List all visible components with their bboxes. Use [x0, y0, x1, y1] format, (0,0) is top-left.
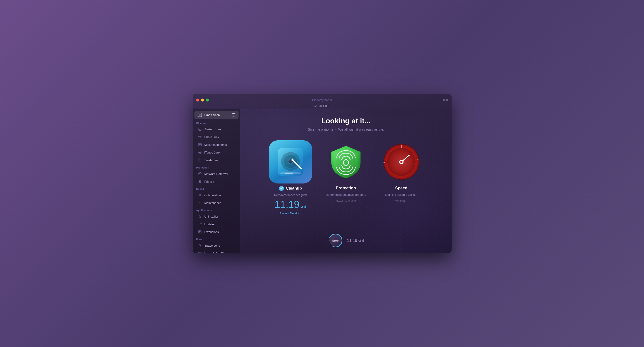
svg-rect-8 — [199, 159, 201, 161]
space-lens-label: Space Lens — [204, 244, 220, 247]
extensions-label: Extensions — [204, 230, 219, 234]
ctrl-dot-1 — [443, 99, 445, 101]
section-header-protection: Protection — [193, 164, 240, 170]
cleanup-name-row: Cleanup — [279, 186, 302, 191]
protection-card-name: Protection — [336, 186, 356, 190]
svg-rect-27 — [198, 232, 200, 233]
itunes-junk-icon — [198, 150, 202, 155]
app-window: CleanMyMac X Smart Scan — [193, 94, 452, 253]
svg-line-30 — [200, 246, 201, 247]
sidebar-item-photo-junk[interactable]: Photo Junk — [194, 133, 238, 140]
section-header-speed: Speed — [193, 185, 240, 191]
main-content: Looking at it... Give me a moment. We al… — [240, 108, 452, 253]
mail-attachments-icon — [198, 142, 202, 147]
svg-rect-26 — [200, 230, 201, 232]
sidebar-item-updater[interactable]: Updater — [194, 220, 238, 228]
system-junk-label: System Junk — [204, 128, 221, 131]
trash-bins-icon — [198, 158, 202, 162]
svg-marker-7 — [200, 152, 201, 153]
app-name-title: CleanMyMac X — [312, 98, 332, 102]
smart-scan-label: Smart Scan — [204, 113, 220, 117]
stop-button[interactable]: Stop — [329, 234, 342, 246]
svg-point-13 — [199, 180, 200, 182]
photo-junk-icon — [198, 135, 202, 139]
svg-point-29 — [199, 244, 200, 246]
updater-icon — [198, 222, 202, 226]
cleanup-size-row: 11.19 GB — [274, 200, 306, 210]
protection-card-desc: Determining potential threats... — [326, 193, 366, 197]
malware-removal-label: Malware Removal — [204, 172, 228, 176]
review-details-link[interactable]: Review Details... — [280, 212, 302, 215]
large-old-files-icon — [198, 251, 202, 253]
svg-marker-24 — [198, 215, 201, 218]
scan-subtitle: Give me a moment. We all wish it was eas… — [308, 128, 384, 131]
cleanup-card: Cleanup Removes unneeded junk 11.19 GB R… — [266, 140, 316, 215]
svg-rect-31 — [198, 252, 201, 253]
large-old-files-label: Large & Old Files — [204, 252, 227, 253]
sidebar-item-smart-scan[interactable]: Smart Scan — [194, 111, 238, 119]
desktop: CleanMyMac X Smart Scan — [0, 0, 644, 347]
section-header-files: Files — [193, 236, 240, 242]
speed-card-waiting: Waiting... — [395, 199, 408, 202]
protection-card-file: Hazel-4.3.5.dmg — [336, 199, 356, 202]
optimization-label: Optimization — [204, 194, 221, 197]
scan-title: Looking at it... — [321, 117, 370, 125]
malware-removal-icon — [198, 172, 202, 176]
window-controls-right — [443, 99, 448, 101]
smart-scan-icon — [198, 113, 202, 117]
minimize-button[interactable] — [201, 98, 204, 102]
scan-spinner — [232, 113, 235, 117]
sidebar-item-large-old-files[interactable]: Large & Old Files — [194, 250, 238, 253]
svg-point-58 — [400, 161, 402, 163]
privacy-icon — [198, 179, 202, 184]
sidebar-item-itunes-junk[interactable]: iTunes Junk — [194, 149, 238, 156]
space-lens-icon — [198, 243, 202, 248]
sidebar-item-trash-bins[interactable]: Trash Bins — [194, 156, 238, 164]
sidebar-item-malware-removal[interactable]: Malware Removal — [194, 170, 238, 177]
window-body: Smart Scan Cleanup System Junk Photo Jun… — [193, 108, 452, 253]
svg-rect-47 — [285, 172, 293, 174]
system-junk-icon — [198, 127, 202, 132]
bottom-bar: Stop 11.19 GB — [327, 232, 364, 248]
section-header-applications: Applications — [193, 207, 240, 212]
svg-marker-4 — [198, 136, 201, 138]
titlebar: CleanMyMac X — [193, 94, 452, 106]
sidebar: Smart Scan Cleanup System Junk Photo Jun… — [193, 108, 240, 253]
cards-row: Cleanup Removes unneeded junk 11.19 GB R… — [266, 140, 426, 215]
sidebar-item-mail-attachments[interactable]: Mail Attachments — [194, 141, 238, 148]
sidebar-item-system-junk[interactable]: System Junk — [194, 126, 238, 133]
maintenance-label: Maintenance — [204, 201, 221, 204]
speed-card-name: Speed — [395, 186, 407, 190]
protection-card: Protection Determining potential threats… — [321, 140, 371, 202]
privacy-label: Privacy — [204, 180, 214, 183]
stop-ring: Stop — [327, 232, 343, 248]
section-header-cleanup: Cleanup — [193, 120, 240, 125]
sidebar-item-uninstaller[interactable]: Uninstaller — [194, 213, 238, 220]
ctrl-dot-2 — [446, 99, 448, 101]
sidebar-item-maintenance[interactable]: Maintenance — [194, 199, 238, 206]
sidebar-item-space-lens[interactable]: Space Lens — [194, 242, 238, 249]
svg-point-3 — [200, 129, 200, 130]
cleanup-size-unit: GB — [300, 204, 306, 209]
size-display: 11.19 GB — [347, 238, 364, 243]
photo-junk-label: Photo Junk — [204, 135, 219, 139]
sidebar-item-privacy[interactable]: Privacy — [194, 178, 238, 185]
uninstaller-icon — [198, 214, 202, 219]
traffic-lights — [196, 98, 209, 102]
svg-point-45 — [291, 158, 294, 161]
trash-bins-label: Trash Bins — [204, 158, 218, 162]
cleanup-card-name: Cleanup — [286, 186, 302, 191]
sidebar-item-optimization[interactable]: Optimization — [194, 192, 238, 199]
extensions-icon — [198, 230, 202, 234]
optimization-icon — [198, 193, 202, 197]
mail-attachments-label: Mail Attachments — [204, 143, 227, 146]
cleanup-size: 11.19 — [274, 200, 300, 210]
svg-point-19 — [200, 202, 200, 203]
protection-card-icon — [324, 140, 368, 184]
svg-rect-1 — [199, 114, 201, 116]
close-button[interactable] — [196, 98, 199, 102]
sidebar-item-extensions[interactable]: Extensions — [194, 228, 238, 236]
maximize-button[interactable] — [206, 98, 209, 102]
svg-rect-28 — [200, 232, 201, 233]
itunes-junk-label: iTunes Junk — [204, 151, 220, 154]
